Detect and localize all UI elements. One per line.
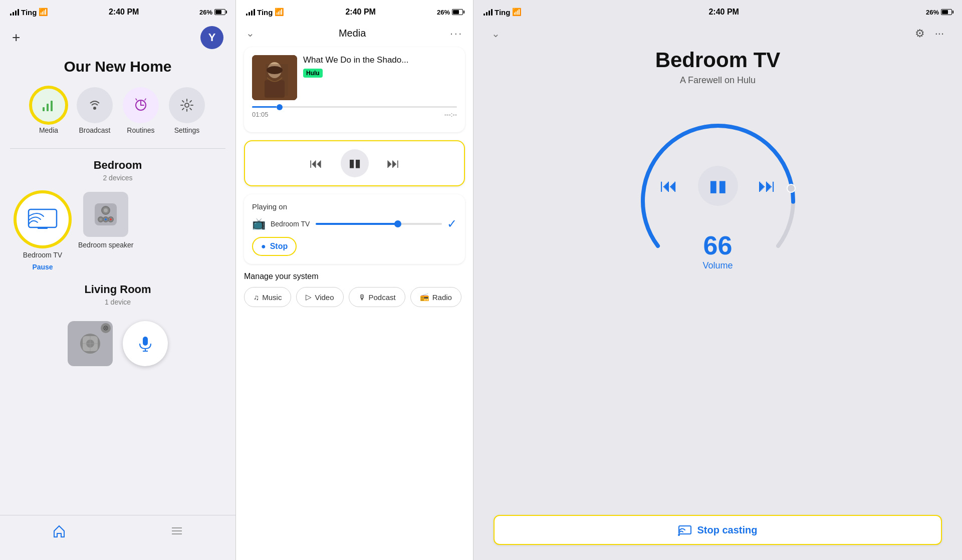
bedroom-speaker-device[interactable]: Bedroom speaker — [78, 192, 134, 249]
nav-icons-row: Media Broadcast Routines — [0, 87, 235, 134]
media-title: What We Do in the Shado... — [303, 55, 457, 65]
progress-bar[interactable] — [252, 106, 457, 108]
playing-on-label: Playing on — [252, 202, 457, 211]
volume-bar[interactable] — [316, 223, 442, 225]
wifi-icon: 📶 — [39, 8, 48, 17]
time-label: 2:40 PM — [109, 8, 139, 17]
home-tab[interactable] — [52, 524, 66, 541]
avatar[interactable]: Y — [200, 26, 223, 49]
device-subtitle: A Farewell on Hulu — [473, 75, 962, 86]
wifi-icon-3: 📶 — [512, 8, 522, 17]
cast-stop-icon — [678, 524, 692, 536]
nav-media[interactable]: Media — [31, 87, 67, 134]
p3-prev-button[interactable]: ⏮ — [660, 175, 678, 196]
p3-header: ⌄ ⚙ ··· — [473, 22, 962, 48]
podcast-button[interactable]: 🎙 Podcast — [349, 287, 405, 307]
time-total: ---:-- — [444, 111, 457, 118]
nav-routines[interactable]: Routines — [123, 87, 159, 134]
p3-header-icons: ⚙ ··· — [915, 27, 944, 40]
svg-rect-27 — [252, 55, 297, 100]
divider — [10, 148, 225, 149]
volume-number: 66 — [702, 230, 733, 260]
prev-button[interactable]: ⏮ — [310, 156, 323, 171]
bedroom-tv-action[interactable]: Pause — [32, 263, 53, 271]
music-button[interactable]: ♫ Music — [244, 287, 291, 307]
nav-settings[interactable]: Settings — [169, 87, 205, 134]
podcast-icon: 🎙 — [358, 293, 366, 302]
video-button[interactable]: ▷ Video — [296, 287, 343, 307]
svg-point-33 — [678, 534, 680, 536]
p3-back-chevron[interactable]: ⌄ — [492, 28, 500, 40]
media-label: Media — [39, 126, 58, 134]
svg-point-5 — [185, 103, 189, 107]
volume-label: Volume — [702, 260, 733, 271]
signal-icon-3 — [484, 9, 493, 16]
nav-broadcast[interactable]: Broadcast — [77, 87, 113, 134]
battery-icon-2 — [452, 9, 463, 15]
radio-label: Radio — [432, 293, 452, 302]
settings-label: Settings — [174, 126, 200, 134]
svg-point-28 — [268, 62, 282, 78]
svg-point-31 — [787, 184, 795, 192]
progress-area[interactable]: 01:05 ---:-- — [252, 106, 457, 118]
back-chevron[interactable]: ⌄ — [246, 27, 255, 39]
media-top: What We Do in the Shado... Hulu — [252, 55, 457, 100]
status-bar-1: Ting 📶 2:40 PM 26% — [0, 0, 235, 22]
media-info: What We Do in the Shado... Hulu — [303, 55, 457, 78]
svg-rect-0 — [43, 107, 45, 111]
bedroom-speaker-name: Bedroom speaker — [78, 241, 134, 249]
carrier-label-3: Ting — [495, 8, 510, 17]
check-icon: ✓ — [447, 217, 457, 231]
battery-pct: 26% — [199, 9, 212, 16]
p3-controls: ⏮ ▮▮ ⏭ — [660, 166, 776, 206]
svg-point-16 — [110, 218, 112, 220]
svg-point-15 — [105, 218, 107, 220]
media-card: What We Do in the Shado... Hulu 01:05 --… — [244, 47, 465, 132]
svg-rect-21 — [143, 337, 148, 346]
list-tab[interactable] — [170, 524, 184, 541]
svg-point-14 — [100, 218, 102, 220]
top-bar: + Y — [0, 22, 235, 53]
music-icon: ♫ — [254, 293, 259, 302]
wifi-icon-2: 📶 — [275, 8, 284, 17]
living-room-device-1[interactable] — [68, 321, 113, 366]
next-button[interactable]: ⏭ — [387, 156, 400, 171]
battery-icon — [214, 9, 225, 15]
bottom-tab-bar — [0, 515, 235, 560]
signal-icon-2 — [246, 9, 255, 16]
more-icon[interactable]: ··· — [935, 27, 944, 40]
phone-2: Ting 📶 2:40 PM 26% ⌄ Media ··· — [235, 0, 473, 560]
progress-fill — [252, 106, 277, 108]
svg-rect-2 — [51, 101, 53, 111]
living-room-title: Living Room — [0, 283, 235, 296]
arc-container: ⏮ ▮▮ ⏭ 66 Volume — [633, 101, 803, 271]
stop-casting-button[interactable]: Stop casting — [494, 515, 942, 545]
stop-button[interactable]: ● Stop — [252, 237, 297, 256]
media-controls: ⏮ ▮▮ ⏭ — [244, 140, 465, 186]
manage-title: Manage your system — [244, 272, 465, 281]
stop-icon: ● — [261, 242, 266, 251]
time-current: 01:05 — [252, 111, 269, 118]
bedroom-tv-device[interactable]: Bedroom TV Pause — [15, 192, 70, 271]
bedroom-subtitle: 2 devices — [0, 174, 235, 182]
svg-rect-6 — [29, 209, 57, 227]
more-options[interactable]: ··· — [450, 28, 463, 39]
radio-icon: 📻 — [420, 293, 429, 302]
hulu-label: Hulu — [306, 70, 320, 77]
pause-icon: ▮▮ — [349, 157, 361, 170]
svg-point-10 — [104, 208, 108, 212]
volume-track — [316, 223, 442, 225]
media-thumbnail — [252, 55, 297, 100]
living-room-mic[interactable] — [123, 321, 168, 366]
p3-next-button[interactable]: ⏭ — [758, 175, 776, 196]
tv-icon: 📺 — [252, 217, 266, 230]
bedroom-title: Bedroom — [0, 159, 235, 172]
add-button[interactable]: + — [12, 30, 20, 46]
radio-button[interactable]: 📻 Radio — [410, 287, 461, 307]
status-bar-2: Ting 📶 2:40 PM 26% — [236, 0, 473, 22]
volume-fill — [316, 223, 398, 225]
device-row: 📺 Bedroom TV ✓ — [252, 217, 457, 231]
pause-button[interactable]: ▮▮ — [341, 149, 369, 177]
p3-pause-button[interactable]: ▮▮ — [698, 166, 738, 206]
gear-icon[interactable]: ⚙ — [915, 27, 925, 40]
